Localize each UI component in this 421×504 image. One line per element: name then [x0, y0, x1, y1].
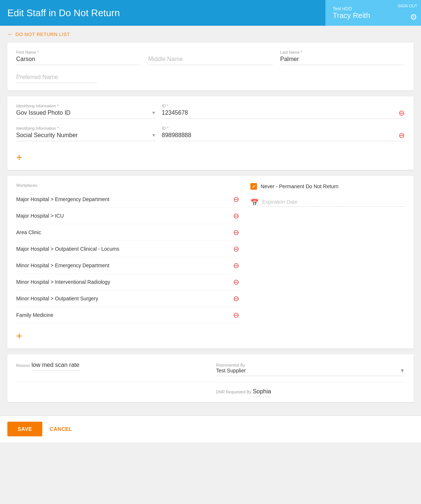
preferred-name-placeholder[interactable]: Preferred Name — [16, 74, 97, 83]
never-permanent-row: Never - Permanent Do Not Return — [250, 183, 405, 190]
footer: SAVE CANCEL — [0, 415, 421, 442]
workplace-item: Major Hospital > ICU ⊖ — [16, 208, 239, 224]
middle-name-placeholder[interactable]: Middle Name — [148, 56, 273, 65]
id-label-2: ID * — [162, 126, 405, 131]
never-permanent-label: Never - Permanent Do Not Return — [261, 183, 339, 189]
remove-id-icon-1[interactable]: ⊖ — [399, 108, 405, 117]
id-value-1[interactable]: 12345678 — [162, 110, 405, 119]
represented-by-value: Test Supplier — [216, 368, 246, 373]
workplace-name: Minor Hospital > Outpatient Surgery — [16, 296, 98, 301]
sign-out-link[interactable]: SIGN OUT — [398, 4, 417, 8]
divider — [16, 382, 405, 382]
workplace-name: Major Hospital > Outpatient Clinical - L… — [16, 246, 119, 252]
workplaces-label: Workplaces — [16, 183, 239, 187]
workplace-item: Minor Hospital > Outpatient Surgery ⊖ — [16, 290, 239, 307]
dnr-group: DNR Requested By Sophia — [216, 388, 405, 395]
expiration-date-input[interactable]: Expiration Date — [262, 199, 405, 207]
workplaces-right: Never - Permanent Do Not Return 📅 Expira… — [250, 183, 405, 341]
dnr-label: DNR Requested By — [216, 390, 251, 394]
workplace-item: Major Hospital > Outpatient Clinical - L… — [16, 241, 239, 257]
id-row-2: Identifying Information * Social Securit… — [16, 126, 405, 141]
save-button[interactable]: SAVE — [7, 422, 42, 436]
name-row: First Name * Carson Middle Name Last Nam… — [16, 50, 405, 65]
reason-label: Reason — [16, 363, 30, 368]
id-info-label-2: Identifying Information * — [16, 126, 156, 131]
remove-workplace-icon[interactable]: ⊖ — [233, 311, 239, 319]
remove-workplace-icon[interactable]: ⊖ — [233, 294, 239, 303]
id-value-group-2: ID * 898988888 ⊖ — [162, 126, 405, 141]
workplace-item: Major Hospital > Emergency Department ⊖ — [16, 191, 239, 208]
workplace-name: Major Hospital > Emergency Department — [16, 196, 109, 202]
reason-group: Reason low med scan rate — [16, 362, 205, 376]
header-username: Tracy Reith — [333, 11, 399, 20]
header: Edit Staff in Do Not Return SIGN OUT Tes… — [0, 0, 421, 26]
id-info-value-1: Gov Issued Photo ID — [16, 110, 71, 116]
header-title-section: Edit Staff in Do Not Return — [0, 0, 325, 26]
name-section: First Name * Carson Middle Name Last Nam… — [7, 43, 414, 90]
dropdown-arrow-icon-2: ▼ — [151, 133, 156, 138]
reason-section: Reason low med scan rate Represented By … — [7, 354, 414, 402]
dropdown-arrow-icon-1: ▼ — [151, 110, 156, 115]
breadcrumb-label: DO NOT RETURN LIST — [15, 32, 70, 37]
represented-by-dropdown-arrow-icon: ▼ — [400, 368, 405, 373]
remove-workplace-icon[interactable]: ⊖ — [233, 244, 239, 253]
gear-icon[interactable]: ⚙ — [410, 12, 417, 22]
id-value-2[interactable]: 898988888 — [162, 132, 405, 141]
id-select-group-1: Identifying Information * Gov Issued Pho… — [16, 104, 156, 119]
id-info-select-1[interactable]: Gov Issued Photo ID ▼ — [16, 110, 156, 119]
workplaces-layout: Workplaces Major Hospital > Emergency De… — [16, 183, 405, 341]
expiration-row: 📅 Expiration Date — [250, 196, 405, 207]
workplace-item: Family Medicine ⊖ — [16, 307, 239, 324]
workplace-name: Minor Hospital > Emergency Department — [16, 262, 109, 268]
remove-workplace-icon[interactable]: ⊖ — [233, 211, 239, 220]
reason-row: Reason low med scan rate Represented By … — [16, 362, 405, 376]
cancel-button[interactable]: CANCEL — [50, 426, 72, 432]
last-name-label: Last Name * — [280, 50, 405, 54]
workplaces-left: Workplaces Major Hospital > Emergency De… — [16, 183, 239, 341]
remove-id-icon-2[interactable]: ⊖ — [399, 131, 405, 140]
back-arrow-icon: ← — [7, 31, 13, 37]
main-content: First Name * Carson Middle Name Last Nam… — [0, 43, 421, 415]
first-name-group: First Name * Carson — [16, 50, 141, 65]
represented-by-label: Represented By — [216, 363, 245, 367]
workplace-name: Minor Hospital > Interventional Radiolog… — [16, 279, 110, 285]
last-name-group: Last Name * Palmer — [280, 50, 405, 65]
first-name-value[interactable]: Carson — [16, 56, 141, 65]
middle-name-group: Middle Name — [148, 56, 273, 65]
preferred-name-group: Preferred Name — [16, 74, 97, 83]
id-section: Identifying Information * Gov Issued Pho… — [7, 96, 414, 170]
workplace-name: Area Clinic — [16, 229, 41, 235]
calendar-icon: 📅 — [250, 199, 258, 207]
id-info-label-1: Identifying Information * — [16, 104, 156, 108]
id-info-select-2[interactable]: Social Security Number ▼ — [16, 132, 156, 141]
workplace-item: Minor Hospital > Emergency Department ⊖ — [16, 257, 239, 274]
last-name-value[interactable]: Palmer — [280, 56, 405, 65]
id-value-group-1: ID * 12345678 ⊖ — [162, 104, 405, 119]
page-title: Edit Staff in Do Not Return — [7, 7, 120, 19]
workplace-item: Area Clinic ⊖ — [16, 224, 239, 241]
remove-workplace-icon[interactable]: ⊖ — [233, 261, 239, 270]
workplace-name: Family Medicine — [16, 312, 53, 318]
add-workplace-button[interactable]: + — [16, 331, 22, 341]
workplaces-section: Workplaces Major Hospital > Emergency De… — [7, 176, 414, 348]
id-select-group-2: Identifying Information * Social Securit… — [16, 126, 156, 141]
dnr-value[interactable]: Sophia — [253, 388, 271, 397]
never-permanent-checkbox[interactable] — [250, 183, 257, 190]
header-hdo: Test HDO — [333, 6, 399, 11]
remove-workplace-icon[interactable]: ⊖ — [233, 278, 239, 286]
represented-by-select[interactable]: Test Supplier ▼ — [216, 368, 405, 376]
preferred-name-row: Preferred Name — [16, 74, 405, 83]
breadcrumb[interactable]: ← DO NOT RETURN LIST — [0, 26, 421, 43]
dnr-row: DNR Requested By Sophia — [16, 388, 405, 395]
reason-value[interactable]: low med scan rate — [32, 362, 79, 371]
remove-workplace-icon[interactable]: ⊖ — [233, 228, 239, 237]
workplace-name: Major Hospital > ICU — [16, 213, 64, 219]
id-info-value-2: Social Security Number — [16, 132, 78, 139]
workplace-item: Minor Hospital > Interventional Radiolog… — [16, 274, 239, 290]
represented-by-group: Represented By Test Supplier ▼ — [216, 362, 405, 376]
id-row-1: Identifying Information * Gov Issued Pho… — [16, 104, 405, 119]
id-label-1: ID * — [162, 104, 405, 108]
header-user-section: SIGN OUT Test HDO Tracy Reith ⚙ — [325, 0, 421, 26]
add-id-button[interactable]: + — [16, 152, 22, 162]
remove-workplace-icon[interactable]: ⊖ — [233, 195, 239, 204]
